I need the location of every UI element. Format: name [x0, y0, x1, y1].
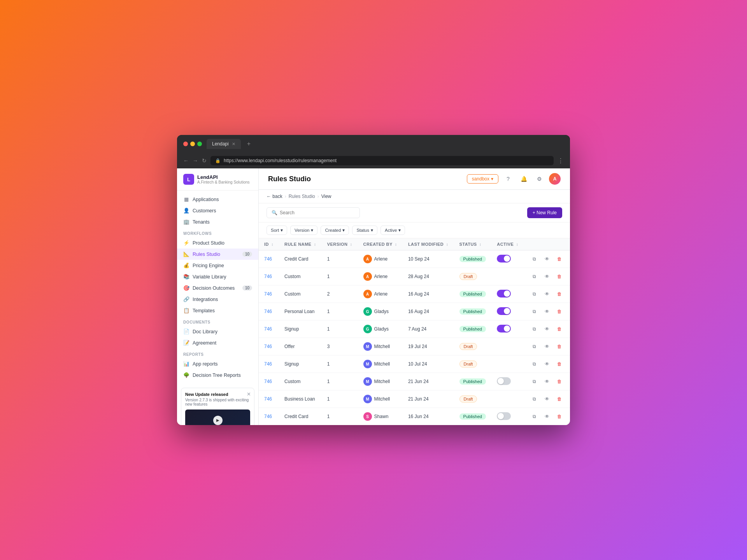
view-button[interactable]: 👁: [542, 271, 552, 282]
new-tab-icon[interactable]: +: [247, 140, 251, 147]
col-created-by: CREATED BY ↕: [358, 238, 403, 250]
id-link[interactable]: 746: [264, 396, 272, 402]
sidebar-item-rules-studio[interactable]: 📐 Rules Studio 10: [177, 248, 258, 260]
copy-button[interactable]: ⧉: [530, 271, 540, 282]
view-button[interactable]: 👁: [542, 254, 552, 264]
help-button[interactable]: ?: [502, 173, 514, 185]
delete-button[interactable]: 🗑: [554, 254, 565, 264]
active-toggle[interactable]: [497, 290, 511, 298]
copy-button[interactable]: ⧉: [530, 289, 540, 299]
view-button[interactable]: 👁: [542, 376, 552, 387]
col-active: ACTIVE ↕: [491, 238, 524, 250]
copy-button[interactable]: ⧉: [530, 376, 540, 387]
delete-button[interactable]: 🗑: [554, 271, 565, 282]
tab-close-icon[interactable]: ✕: [232, 142, 235, 147]
id-link[interactable]: 746: [264, 326, 272, 332]
sidebar-item-templates[interactable]: 📋 Templates: [177, 305, 258, 316]
back-button[interactable]: ←: [183, 158, 189, 164]
cell-active: [491, 303, 524, 320]
cell-active: [491, 390, 524, 408]
sidebar-item-pricing-engine[interactable]: 💰 Pricing Engine: [177, 260, 258, 271]
view-button[interactable]: 👁: [542, 306, 552, 317]
notifications-button[interactable]: 🔔: [518, 173, 530, 185]
creator-avatar: G: [363, 325, 372, 333]
copy-button[interactable]: ⧉: [530, 359, 540, 369]
copy-button[interactable]: ⧉: [530, 411, 540, 422]
delete-button[interactable]: 🗑: [554, 411, 565, 422]
id-link[interactable]: 746: [264, 291, 272, 297]
created-filter[interactable]: Created ▾: [321, 226, 349, 235]
copy-button[interactable]: ⧉: [530, 254, 540, 264]
maximize-dot[interactable]: [197, 142, 202, 146]
sort-filter[interactable]: Sort ▾: [267, 226, 287, 235]
id-link[interactable]: 746: [264, 309, 272, 314]
sidebar-item-customers[interactable]: 👤 Customers: [177, 205, 258, 216]
view-button[interactable]: 👁: [542, 411, 552, 422]
breadcrumb-rules-studio[interactable]: Rules Studio: [289, 194, 315, 199]
view-button[interactable]: 👁: [542, 359, 552, 369]
play-button[interactable]: ▶: [213, 416, 223, 425]
id-link[interactable]: 746: [264, 344, 272, 349]
delete-button[interactable]: 🗑: [554, 376, 565, 387]
sidebar-item-doc-library[interactable]: 📄 Doc Library: [177, 326, 258, 337]
id-link[interactable]: 746: [264, 256, 272, 262]
active-toggle[interactable]: [497, 377, 511, 385]
active-toggle[interactable]: [497, 307, 511, 315]
minimize-dot[interactable]: [190, 142, 195, 146]
active-toggle[interactable]: [497, 325, 511, 332]
view-button[interactable]: 👁: [542, 394, 552, 404]
active-toggle[interactable]: [497, 412, 511, 420]
more-button[interactable]: ⋮: [558, 157, 564, 164]
table-row: 746 Offer 3 M Mitchell 19 Jul 24 Draft ⧉…: [259, 338, 570, 355]
active-toggle[interactable]: [497, 255, 511, 262]
search-box[interactable]: 🔍: [267, 207, 360, 218]
close-dot[interactable]: [183, 142, 188, 146]
back-link[interactable]: ← back: [267, 194, 282, 199]
copy-button[interactable]: ⧉: [530, 341, 540, 352]
sidebar-item-app-reports[interactable]: 📊 App reports: [177, 358, 258, 369]
id-link[interactable]: 746: [264, 379, 272, 384]
delete-button[interactable]: 🗑: [554, 324, 565, 334]
status-filter[interactable]: Status ▾: [352, 226, 377, 235]
delete-button[interactable]: 🗑: [554, 341, 565, 352]
browser-tab[interactable]: Lendapi ✕: [207, 139, 241, 149]
copy-button[interactable]: ⧉: [530, 394, 540, 404]
copy-button[interactable]: ⧉: [530, 306, 540, 317]
sidebar-item-agreement[interactable]: 📝 Agreement: [177, 337, 258, 348]
refresh-button[interactable]: ↻: [202, 158, 207, 164]
sidebar-item-integrations[interactable]: 🔗 Integrations: [177, 294, 258, 305]
cell-id: 746: [259, 338, 279, 355]
forward-button[interactable]: →: [193, 158, 198, 164]
id-link[interactable]: 746: [264, 274, 272, 279]
version-filter[interactable]: Version ▾: [290, 226, 317, 235]
sidebar-item-product-studio[interactable]: ⚡ Product Studio: [177, 237, 258, 248]
delete-button[interactable]: 🗑: [554, 394, 565, 404]
view-button[interactable]: 👁: [542, 289, 552, 299]
cell-id: 746: [259, 303, 279, 320]
sidebar-item-applications[interactable]: ▦ Applications: [177, 194, 258, 205]
address-bar[interactable]: 🔒 https://www.lendapi.com/rulesstudio/ru…: [210, 156, 554, 165]
sidebar-item-decision-tree-reports[interactable]: 🌳 Decision Tree Reports: [177, 369, 258, 381]
sandbox-badge[interactable]: sandbox ▾: [467, 174, 498, 184]
sidebar-item-tenants[interactable]: 🏢 Tenants: [177, 216, 258, 228]
id-link[interactable]: 746: [264, 414, 272, 419]
id-link[interactable]: 746: [264, 361, 272, 367]
view-button[interactable]: 👁: [542, 324, 552, 334]
browser-window: Lendapi ✕ + ← → ↻ 🔒 https://www.lendapi.…: [177, 135, 570, 425]
delete-button[interactable]: 🗑: [554, 359, 565, 369]
copy-button[interactable]: ⧉: [530, 324, 540, 334]
toolbar: 🔍 + New Rule: [259, 203, 570, 222]
search-input[interactable]: [280, 210, 355, 215]
active-filter[interactable]: Active ▾: [381, 226, 405, 235]
sidebar-item-variable-library[interactable]: 📚 Variable Library: [177, 271, 258, 282]
settings-button[interactable]: ⚙: [533, 173, 545, 185]
view-button[interactable]: 👁: [542, 341, 552, 352]
delete-button[interactable]: 🗑: [554, 289, 565, 299]
status-badge: Draft: [459, 343, 477, 350]
update-close-icon[interactable]: ✕: [247, 391, 251, 397]
delete-button[interactable]: 🗑: [554, 306, 565, 317]
user-avatar[interactable]: A: [549, 173, 561, 185]
new-rule-button[interactable]: + New Rule: [527, 207, 562, 218]
sidebar-item-decision-outcomes[interactable]: 🎯 Decision Outcomes 10: [177, 282, 258, 294]
col-rule-name: RULE NAME ↕: [279, 238, 322, 250]
